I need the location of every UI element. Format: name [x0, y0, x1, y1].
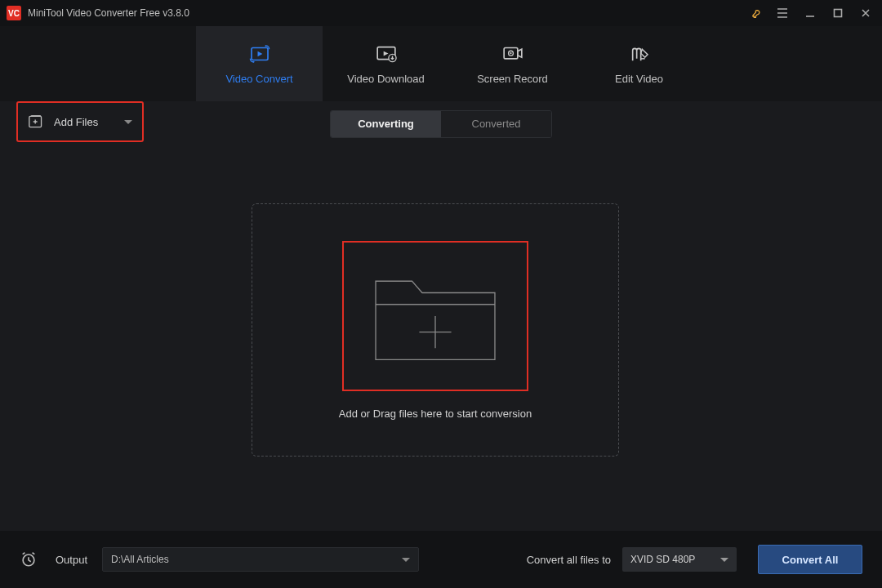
main-nav: Video Convert Video Download Screen Reco… [0, 26, 882, 101]
app-logo: VC [7, 6, 21, 20]
maximize-icon[interactable] [831, 7, 844, 20]
add-files-button[interactable]: Add Files [16, 101, 144, 142]
add-folder-button[interactable] [342, 241, 528, 391]
menu-icon[interactable] [776, 7, 789, 20]
main-area: Add or Drag files here to start conversi… [0, 146, 882, 518]
app-logo-text: VC [8, 9, 20, 18]
bottom-bar: Output D:\All Articles Convert all files… [0, 531, 882, 588]
tab-video-download[interactable]: Video Download [323, 26, 449, 101]
alarm-icon[interactable] [20, 550, 38, 568]
dropzone[interactable]: Add or Drag files here to start conversi… [252, 203, 619, 457]
status-segmented: Converting Converted [330, 110, 552, 138]
tab-screen-record[interactable]: Screen Record [449, 26, 576, 101]
convert-all-button[interactable]: Convert All [758, 545, 862, 574]
format-select[interactable]: XVID SD 480P [622, 547, 737, 572]
dropzone-hint: Add or Drag files here to start conversi… [339, 408, 532, 420]
tab-label: Screen Record [477, 73, 548, 85]
add-files-label: Add Files [54, 116, 114, 128]
video-download-icon [374, 43, 399, 65]
svg-point-7 [510, 52, 511, 54]
output-path-value: D:\All Articles [111, 554, 169, 565]
tab-video-convert[interactable]: Video Convert [196, 26, 323, 101]
output-label: Output [56, 554, 87, 566]
tab-label: Video Convert [225, 73, 292, 85]
svg-rect-1 [835, 10, 842, 17]
edit-video-icon [627, 43, 652, 65]
screen-record-icon [501, 43, 525, 65]
tab-label: Edit Video [615, 73, 663, 85]
window-controls [748, 7, 875, 20]
svg-point-0 [756, 10, 757, 11]
folder-plus-icon [363, 256, 508, 376]
chevron-down-icon [720, 558, 728, 562]
segment-converted[interactable]: Converted [441, 111, 551, 137]
convert-all-label: Convert all files to [527, 554, 611, 566]
chevron-down-icon [402, 558, 410, 562]
segment-converting[interactable]: Converting [331, 111, 441, 137]
toolbar: Add Files Converting Converted [0, 101, 882, 146]
window-title: MiniTool Video Converter Free v3.8.0 [28, 7, 748, 19]
add-file-icon [28, 114, 44, 129]
key-icon[interactable] [748, 7, 761, 20]
close-icon[interactable] [859, 7, 872, 20]
chevron-down-icon [124, 120, 132, 124]
format-value: XVID SD 480P [630, 554, 695, 565]
minimize-icon[interactable] [804, 7, 817, 20]
titlebar: VC MiniTool Video Converter Free v3.8.0 [0, 0, 882, 26]
tab-edit-video[interactable]: Edit Video [576, 26, 702, 101]
output-path-select[interactable]: D:\All Articles [102, 547, 419, 572]
tab-label: Video Download [347, 73, 424, 85]
video-convert-icon [247, 43, 272, 65]
